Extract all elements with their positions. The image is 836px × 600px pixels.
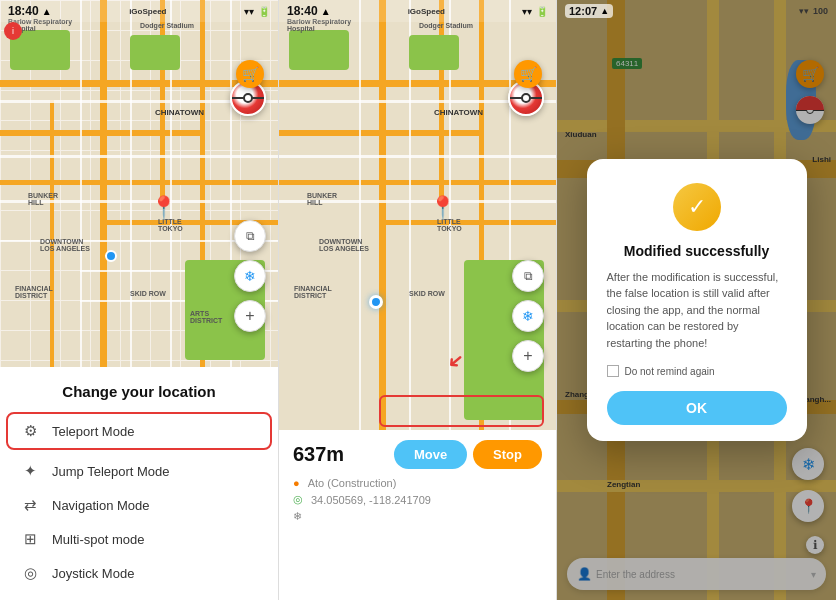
road-wh2 xyxy=(0,155,278,158)
status-time-2: 18:40 xyxy=(287,4,318,18)
joystick-icon: ◎ xyxy=(20,564,40,582)
p2-road-wh2 xyxy=(279,155,556,158)
multi-icon: ⊞ xyxy=(20,530,40,548)
cart-icon-1: 🛒 xyxy=(242,66,259,82)
menu-item-jump[interactable]: ✦ Jump Teleport Mode xyxy=(20,454,258,488)
map-area-1: Barlow RespiratoryHospital Dodger Stadiu… xyxy=(0,0,278,367)
modal-checkbox-label: Do not remind again xyxy=(625,366,715,377)
jump-label: Jump Teleport Mode xyxy=(52,464,170,479)
cart-button-2[interactable]: 🛒 xyxy=(514,60,542,88)
p2-map-label-chinatown: CHINATOWN xyxy=(434,108,483,117)
status-bar-3: 12:07 ▲ ▾▾ 100 xyxy=(557,0,836,22)
map-label-financial: FINANCIALDISTRICT xyxy=(15,285,53,299)
freeze-button-2[interactable]: ❄ xyxy=(512,300,544,332)
teleport-icon: ⚙ xyxy=(20,422,40,440)
road-v4 xyxy=(50,100,54,367)
modal-body: After the modification is successful, th… xyxy=(607,269,787,352)
app-name-2: iGoSpeed xyxy=(408,7,445,16)
arrow-1: ▲ xyxy=(42,6,52,17)
panel-3: 64311 Xiuduan Lishi Zhangxi Shangh... Ze… xyxy=(556,0,836,600)
copy-button-1[interactable]: ⧉ xyxy=(234,220,266,252)
freeze-icon-1: ❄ xyxy=(244,268,256,284)
cart-icon-2: 🛒 xyxy=(520,66,537,82)
app-logo-icon-1: i xyxy=(4,22,22,40)
p2-road-v1 xyxy=(379,0,386,430)
location-dot-icon: ● xyxy=(293,477,300,489)
p2-map-label-skid: SKID ROW xyxy=(409,290,445,297)
modal-checkbox[interactable] xyxy=(607,365,619,377)
app-name-1: iGoSpeed xyxy=(129,7,166,16)
pokeball-center-1 xyxy=(243,93,253,103)
snowflake-icon-2: ❄ xyxy=(293,510,302,523)
bottom-panel-2: 637m Move Stop ● Ato (Construction) ◎ 34… xyxy=(279,430,556,600)
current-location-1 xyxy=(105,250,117,262)
cart-button-1[interactable]: 🛒 xyxy=(236,60,264,88)
coordinates-text: 34.050569, -118.241709 xyxy=(311,494,431,506)
status-icons-2: ▾▾ 🔋 xyxy=(522,6,548,17)
location-name-text: Ato (Construction) xyxy=(308,477,397,489)
panel-1: Barlow RespiratoryHospital Dodger Stadiu… xyxy=(0,0,278,600)
battery-icon-2: 🔋 xyxy=(536,6,548,17)
plus-icon-2: + xyxy=(523,347,532,365)
multi-label: Multi-spot mode xyxy=(52,532,144,547)
p2-map-label-downtown: DOWNTOWNLOS ANGELES xyxy=(319,238,369,252)
modal-success-icon: ✓ xyxy=(673,183,721,231)
p2-map-label-bunker: BUNKERHILL xyxy=(307,192,337,206)
distance-row: 637m Move Stop xyxy=(293,440,542,469)
p2-map-label-financial: FINANCIALDISTRICT xyxy=(294,285,332,299)
road-v1 xyxy=(100,0,107,367)
plus-button-2[interactable]: + xyxy=(512,340,544,372)
status-time-3: 12:07 xyxy=(569,5,597,17)
battery-icon-1: 🔋 xyxy=(258,6,270,17)
menu-item-nav[interactable]: ⇄ Navigation Mode xyxy=(20,488,258,522)
panel-2: Barlow RespiratoryHospital Dodger Stadiu… xyxy=(278,0,556,600)
copy-icon-1: ⧉ xyxy=(246,229,255,243)
p2-park-2 xyxy=(409,35,459,70)
modal-checkbox-row: Do not remind again xyxy=(607,365,787,377)
bottom-title-1: Change your location xyxy=(20,383,258,400)
freeze-button-1[interactable]: ❄ xyxy=(234,260,266,292)
status-time-1: 18:40 xyxy=(8,4,39,18)
status-bar-2: 18:40 ▲ iGoSpeed ▾▾ 🔋 xyxy=(279,0,556,22)
snowflake-row: ❄ xyxy=(293,510,542,523)
map-label-dodger: Dodger Stadium xyxy=(140,22,194,29)
nav-label: Navigation Mode xyxy=(52,498,150,513)
p2-map-label-dodger: Dodger Stadium xyxy=(419,22,473,29)
status-icons-1: ▾▾ 🔋 xyxy=(244,6,270,17)
plus-icon-1: + xyxy=(245,307,254,325)
copy-button-2[interactable]: ⧉ xyxy=(512,260,544,292)
move-button[interactable]: Move xyxy=(394,440,467,469)
status-left-3: 12:07 ▲ xyxy=(565,4,613,18)
menu-item-teleport[interactable]: ⚙ Teleport Mode xyxy=(6,412,272,450)
plus-button-1[interactable]: + xyxy=(234,300,266,332)
app-logo-1: i xyxy=(4,22,22,40)
map-label-skid: SKID ROW xyxy=(130,290,166,297)
move-stop-buttons: Move Stop xyxy=(394,440,542,469)
map-label-downtown: DOWNTOWNLOS ANGELES xyxy=(40,238,90,252)
jump-icon: ✦ xyxy=(20,462,40,480)
location-pin-2: 📍 xyxy=(429,195,456,221)
pokeball-center-2 xyxy=(521,93,531,103)
nav-icon: ⇄ xyxy=(20,496,40,514)
stop-button[interactable]: Stop xyxy=(473,440,542,469)
park-2 xyxy=(130,35,180,70)
menu-item-multi[interactable]: ⊞ Multi-spot mode xyxy=(20,522,258,556)
arrow-3: ▲ xyxy=(600,6,609,16)
joystick-label: Joystick Mode xyxy=(52,566,134,581)
map-label-chinatown: CHINATOWN xyxy=(155,108,204,117)
battery-level-3: 100 xyxy=(813,6,828,16)
wifi-icon-3: ▾▾ xyxy=(799,6,809,16)
menu-item-joystick[interactable]: ◎ Joystick Mode xyxy=(20,556,258,590)
checkmark-icon: ✓ xyxy=(688,194,706,220)
distance-text: 637m xyxy=(293,443,344,466)
coordinates-row: ◎ 34.050569, -118.241709 xyxy=(293,493,542,506)
p2-road-wv2 xyxy=(359,0,361,430)
modal-overlay: ✓ Modified successfully After the modifi… xyxy=(557,0,836,600)
location-name-row: ● Ato (Construction) xyxy=(293,477,542,489)
modal-title: Modified successfully xyxy=(607,243,787,259)
map-label-bunker: BUNKERHILL xyxy=(28,192,58,206)
freeze-icon-2: ❄ xyxy=(522,308,534,324)
modal-box: ✓ Modified successfully After the modifi… xyxy=(587,159,807,442)
modal-ok-button[interactable]: OK xyxy=(607,391,787,425)
road-h3 xyxy=(0,180,278,185)
